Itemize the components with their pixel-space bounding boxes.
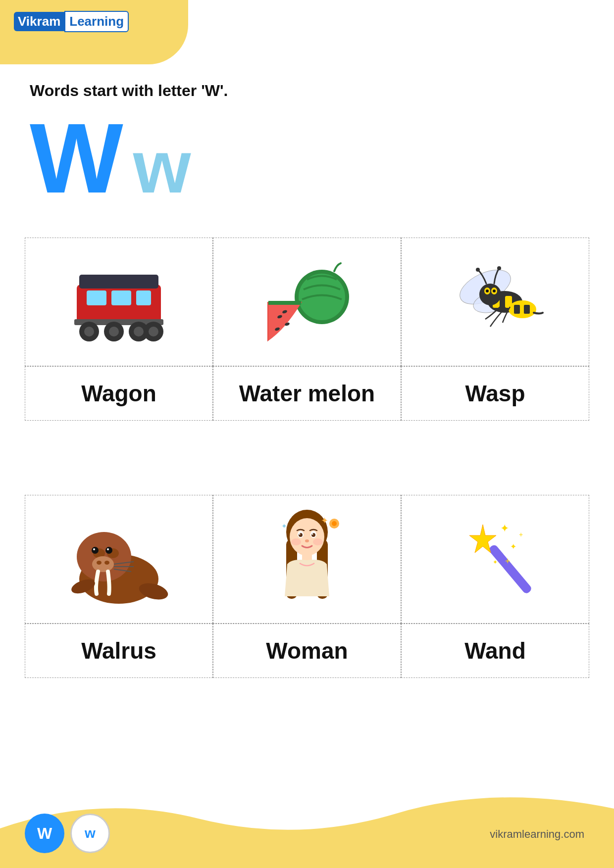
svg-text:+: + (519, 530, 523, 538)
svg-text:✦: ✦ (281, 522, 287, 530)
svg-point-59 (299, 533, 301, 535)
svg-point-40 (105, 547, 112, 554)
svg-point-62 (291, 538, 301, 545)
svg-point-63 (313, 538, 323, 545)
svg-point-42 (107, 548, 109, 550)
woman-image-cell: ✦ ✦ (213, 495, 401, 624)
watermelon-icon (223, 248, 391, 356)
svg-rect-27 (524, 305, 530, 314)
svg-point-9 (109, 327, 119, 337)
wand-image-cell: ✦ ✦ + ✦ + (401, 495, 589, 624)
woman-label-cell: Woman (213, 624, 401, 678)
watermelon-image-cell (213, 238, 401, 366)
image-row-2: ✦ ✦ ✦ ✦ + ✦ + (25, 495, 589, 624)
label-row-1: Wagon Water melon Wasp (25, 366, 589, 421)
svg-point-15 (299, 274, 345, 320)
wasp-label-cell: Wasp (401, 366, 589, 421)
svg-text:+: + (505, 556, 511, 566)
svg-rect-4 (136, 290, 151, 305)
svg-point-43 (92, 556, 114, 572)
svg-point-61 (305, 539, 309, 542)
walrus-icon (35, 505, 203, 613)
svg-point-33 (476, 268, 480, 272)
svg-point-39 (92, 547, 99, 554)
logo-learning: Learning (64, 11, 129, 32)
svg-point-31 (486, 289, 489, 292)
grid-section-2: ✦ ✦ ✦ ✦ + ✦ + (25, 495, 589, 678)
watermelon-label-cell: Water melon (213, 366, 401, 421)
svg-point-32 (493, 289, 496, 292)
svg-rect-26 (514, 305, 520, 314)
star-icon: ✦ (154, 5, 162, 18)
label-row-2: Walrus Woman Wand (25, 624, 589, 678)
wagon-icon (35, 248, 203, 356)
letter-uppercase: W (30, 109, 123, 208)
woman-label: Woman (266, 637, 348, 664)
svg-point-13 (149, 327, 158, 337)
svg-point-60 (312, 533, 313, 535)
svg-point-7 (84, 327, 94, 337)
grid-section-1: Wagon Water melon Wasp (25, 238, 589, 421)
walrus-label: Walrus (81, 637, 156, 664)
wagon-label-cell: Wagon (25, 366, 213, 421)
bottom-logo: W w (25, 814, 110, 853)
walrus-label-cell: Walrus (25, 624, 213, 678)
image-row-1 (25, 238, 589, 366)
svg-point-11 (134, 327, 144, 337)
svg-text:✦: ✦ (321, 516, 328, 526)
svg-point-45 (104, 561, 109, 565)
svg-text:✦: ✦ (500, 522, 509, 534)
bottom-w-lowercase: w (70, 814, 110, 853)
logo-vikram: Vikram (14, 12, 64, 31)
wasp-label: Wasp (465, 380, 525, 407)
wagon-label: Wagon (81, 380, 156, 407)
wand-icon: ✦ ✦ + ✦ + (411, 505, 579, 613)
svg-point-54 (290, 518, 324, 556)
wasp-image-cell (401, 238, 589, 366)
wasp-icon (411, 248, 579, 356)
letter-display: W w (30, 109, 191, 208)
main-heading: Words start with letter 'W'. (30, 82, 228, 100)
watermelon-label: Water melon (239, 380, 375, 407)
svg-rect-2 (87, 290, 106, 305)
svg-point-25 (509, 300, 536, 318)
wand-label: Wand (464, 637, 526, 664)
svg-point-44 (97, 561, 102, 565)
walrus-image-cell (25, 495, 213, 624)
svg-point-41 (93, 548, 95, 550)
woman-icon: ✦ ✦ (223, 505, 391, 613)
wagon-image-cell (25, 238, 213, 366)
svg-text:✦: ✦ (510, 542, 516, 551)
letter-lowercase: w (133, 130, 191, 204)
svg-rect-3 (111, 290, 131, 305)
svg-point-34 (497, 266, 501, 270)
logo: VikramLearning (14, 11, 129, 32)
svg-point-66 (332, 521, 337, 526)
svg-text:✦: ✦ (493, 559, 498, 566)
wand-label-cell: Wand (401, 624, 589, 678)
svg-rect-1 (79, 275, 158, 289)
svg-point-28 (479, 284, 501, 305)
svg-rect-69 (488, 543, 533, 594)
bottom-w-uppercase: W (25, 814, 64, 853)
footer-site: vikramlearning.com (490, 828, 584, 841)
